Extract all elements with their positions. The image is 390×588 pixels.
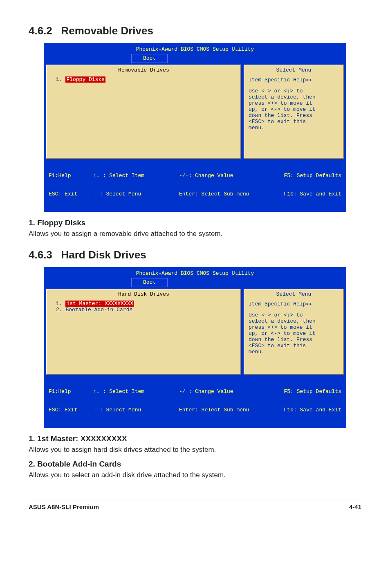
bios-panels: Removable Drives 1. Floppy Disks Select …	[46, 65, 344, 159]
helpbar-right: F5: Setup Defaults F10: Save and Exit	[284, 376, 341, 425]
helpbar-line: F10: Save and Exit	[284, 191, 341, 197]
bios-panels: Hard Disk Drives 1. 1st Master: XXXXXXXX…	[46, 289, 344, 375]
bios-tab-boot[interactable]: Boot	[131, 278, 168, 287]
footer-divider	[29, 500, 361, 500]
section-num: 4.6.3	[29, 249, 52, 261]
list-label-selected: 1st Master: XXXXXXXXX	[65, 301, 134, 307]
section-heading: 4.6.3 Hard Disk Drives	[29, 249, 361, 261]
help-line: select a device, then	[249, 318, 339, 324]
helpbar-line: ESC: Exit →←: Select Menu	[49, 407, 144, 413]
helpbar-line: F1:Help ↑↓ : Select Item	[49, 388, 144, 395]
body-text: Allows you to assign hard disk drives at…	[29, 446, 361, 454]
helpbar-line: -/+: Change Value	[179, 388, 249, 395]
subheading: 2. Bootable Add-in Cards	[29, 460, 361, 469]
help-line: press <+> to move it	[249, 324, 339, 330]
bios-window-harddisk: Phoenix-Award BIOS CMOS Setup Utility Bo…	[44, 267, 346, 428]
helpbar-line: F1:Help ↑↓ : Select Item	[49, 173, 144, 179]
body-text: Allows you to select an add-in disk driv…	[29, 471, 361, 479]
list-prefix: 1.	[56, 76, 65, 83]
menubar-spacer	[46, 54, 131, 63]
helpbar-line: Enter: Select Sub-menu	[179, 407, 249, 413]
helpbar-mid: -/+: Change Value Enter: Select Sub-menu	[179, 160, 249, 209]
list-prefix: 2.	[56, 307, 65, 313]
body-text: Allows you to assign a removable drive a…	[29, 230, 361, 238]
helpbar-right: F5: Setup Defaults F10: Save and Exit	[284, 160, 341, 209]
helpbar-left: F1:Help ↑↓ : Select Item ESC: Exit →←: S…	[49, 376, 144, 425]
footer-page-num: 4-41	[349, 503, 361, 510]
footer-product: ASUS A8N-SLI Premium	[29, 503, 99, 510]
help-line: select a device, then	[249, 94, 339, 100]
list-prefix: 1.	[56, 301, 65, 307]
help-gap	[249, 83, 339, 88]
help-gap	[249, 307, 339, 312]
bios-window-removable: Phoenix-Award BIOS CMOS Setup Utility Bo…	[44, 43, 346, 212]
bios-menubar: Boot	[46, 54, 344, 63]
helpbar-line: F5: Setup Defaults	[284, 173, 341, 179]
bios-left-panel: Hard Disk Drives 1. 1st Master: XXXXXXXX…	[46, 289, 241, 375]
section-heading: 4.6.2 Removable Drives	[29, 25, 361, 37]
helpbar-line: F5: Setup Defaults	[284, 388, 341, 395]
bios-helpbar: F1:Help ↑↓ : Select Item ESC: Exit →←: S…	[46, 375, 344, 428]
bios-helpbar: F1:Help ↑↓ : Select Item ESC: Exit →←: S…	[46, 159, 344, 212]
section-title: Removable Drives	[61, 25, 153, 37]
list-label-selected: Floppy Disks	[65, 76, 105, 83]
help-line: <ESC> to exit this	[249, 343, 339, 349]
list-label: Bootable Add-in Cards	[65, 307, 132, 313]
help-line: Use <↑> or <↓> to	[249, 88, 339, 94]
bios-title: Phoenix-Award BIOS CMOS Setup Utility	[46, 45, 344, 54]
subheading: 1. Floppy Disks	[29, 218, 361, 227]
bios-menubar: Boot	[46, 278, 344, 287]
help-line: up, or <-> to move it	[249, 106, 339, 112]
helpbar-line: -/+: Change Value	[179, 173, 249, 179]
right-panel-header: Select Menu	[249, 67, 339, 73]
list-item[interactable]: 1. 1st Master: XXXXXXXXX	[56, 301, 236, 307]
bios-right-panel: Select Menu Item Specific Help▸▸ Use <↑>…	[244, 289, 344, 375]
help-line: down the list. Press	[249, 112, 339, 119]
subheading: 1. 1st Master: XXXXXXXXX	[29, 434, 361, 443]
help-line: press <+> to move it	[249, 100, 339, 106]
help-line: Item Specific Help▸▸	[249, 301, 339, 307]
help-line: menu.	[249, 125, 339, 131]
helpbar-mid: -/+: Change Value Enter: Select Sub-menu	[179, 376, 249, 425]
help-line: <ESC> to exit this	[249, 119, 339, 125]
help-line: Item Specific Help▸▸	[249, 76, 339, 83]
section-title: Hard Disk Drives	[61, 249, 146, 261]
right-panel-header: Select Menu	[249, 291, 339, 297]
page-footer: ASUS A8N-SLI Premium 4-41	[29, 503, 361, 510]
help-line: down the list. Press	[249, 337, 339, 343]
section-num: 4.6.2	[29, 25, 52, 37]
helpbar-line: Enter: Select Sub-menu	[179, 191, 249, 197]
bios-right-panel: Select Menu Item Specific Help▸▸ Use <↑>…	[244, 65, 344, 159]
bios-left-list: 1. Floppy Disks	[51, 76, 236, 83]
bios-left-list: 1. 1st Master: XXXXXXXXX 2. Bootable Add…	[51, 301, 236, 313]
help-line: menu.	[249, 349, 339, 355]
left-panel-header: Hard Disk Drives	[51, 291, 236, 297]
bios-left-panel: Removable Drives 1. Floppy Disks	[46, 65, 241, 159]
bios-tab-boot[interactable]: Boot	[131, 54, 168, 63]
helpbar-line: F10: Save and Exit	[284, 407, 341, 413]
menubar-spacer	[46, 278, 131, 287]
list-item[interactable]: 2. Bootable Add-in Cards	[56, 307, 236, 313]
helpbar-left: F1:Help ↑↓ : Select Item ESC: Exit →←: S…	[49, 160, 144, 209]
left-panel-header: Removable Drives	[51, 67, 236, 73]
help-line: Use <↑> or <↓> to	[249, 312, 339, 318]
list-item[interactable]: 1. Floppy Disks	[56, 76, 236, 83]
helpbar-line: ESC: Exit →←: Select Menu	[49, 191, 144, 197]
help-line: up, or <-> to move it	[249, 330, 339, 337]
bios-title: Phoenix-Award BIOS CMOS Setup Utility	[46, 269, 344, 278]
